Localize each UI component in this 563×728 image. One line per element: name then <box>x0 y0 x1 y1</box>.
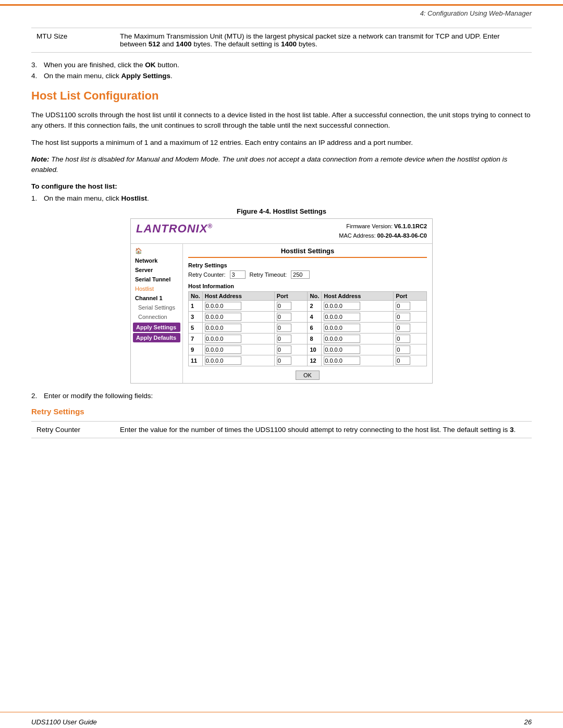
th-no1: No. <box>189 292 203 301</box>
row-no2: 2 <box>308 301 322 312</box>
row-addr2 <box>322 323 394 334</box>
addr2-input[interactable] <box>324 313 360 321</box>
step3-num: 3. <box>31 61 37 69</box>
addr1-input[interactable] <box>205 346 241 354</box>
row-addr2 <box>322 355 394 366</box>
step-2: 2. Enter or modify the following fields: <box>31 392 532 400</box>
retry-timeout-input[interactable] <box>291 270 310 279</box>
port2-input[interactable] <box>396 356 410 365</box>
retry-counter-input[interactable] <box>230 270 246 279</box>
ok-button[interactable]: OK <box>296 371 320 380</box>
sidebar-channel1[interactable]: Channel 1 <box>131 293 182 303</box>
sidebar-apply-settings[interactable]: Apply Settings <box>133 323 180 332</box>
reg-symbol: ® <box>207 223 213 230</box>
retry-section-label: Retry Settings <box>188 262 427 268</box>
firmware-label: Firmware Version: <box>346 223 394 229</box>
row-addr2 <box>322 301 394 312</box>
sidebar-apply-defaults[interactable]: Apply Defaults <box>133 333 180 342</box>
header-text: 4: Configuration Using Web-Manager <box>420 9 532 17</box>
host-table: No. Host Address Port No. Host Address P… <box>188 291 427 366</box>
row-addr1 <box>202 323 274 334</box>
port2-input[interactable] <box>396 335 410 343</box>
sidebar-server[interactable]: Server <box>131 265 182 275</box>
table-row: 7 8 <box>189 334 427 344</box>
pre-steps: 3. When you are finished, click the OK b… <box>31 61 532 80</box>
addr1-input[interactable] <box>205 313 241 321</box>
retry-settings-table: Retry Counter Enter the value for the nu… <box>31 421 532 438</box>
step2-text: Enter or modify the following fields: <box>44 392 153 400</box>
row-no2: 4 <box>308 312 322 323</box>
sidebar-connection[interactable]: Connection <box>131 312 182 322</box>
row-addr1 <box>202 344 274 355</box>
row-addr1 <box>202 334 274 344</box>
row-no1: 7 <box>189 334 203 344</box>
step-3: 3. When you are finished, click the OK b… <box>31 61 532 69</box>
row-no1: 3 <box>189 312 203 323</box>
footer-right: 26 <box>524 718 532 726</box>
port2-input[interactable] <box>396 324 410 332</box>
port1-input[interactable] <box>277 346 291 354</box>
addr2-input[interactable] <box>324 335 360 343</box>
host-table-body: 1 2 3 4 5 6 7 8 9 <box>189 301 427 366</box>
note-para: Note: The host list is disabled for Manu… <box>31 154 532 176</box>
host-info-label: Host Information <box>188 283 427 289</box>
section-title: Host List Configuration <box>31 89 532 103</box>
addr2-input[interactable] <box>324 302 360 310</box>
retry-counter-description: Enter the value for the number of times … <box>115 422 532 438</box>
row-no1: 11 <box>189 355 203 366</box>
addr1-input[interactable] <box>205 335 241 343</box>
retry-counter-row: Retry Counter Enter the value for the nu… <box>31 422 532 438</box>
table-row: 3 4 <box>189 312 427 323</box>
sidebar-hostlist[interactable]: Hostlist <box>131 284 182 293</box>
sidebar-home[interactable]: 🏠 <box>131 246 182 256</box>
row-no1: 5 <box>189 323 203 334</box>
addr2-input[interactable] <box>324 324 360 332</box>
addr2-input[interactable] <box>324 356 360 365</box>
mac-label: MAC Address: <box>339 232 377 239</box>
port2-input[interactable] <box>396 313 410 321</box>
sidebar-network[interactable]: Network <box>131 256 182 265</box>
addr1-input[interactable] <box>205 324 241 332</box>
figure-caption: Figure 4-4. Hostlist Settings <box>31 207 532 215</box>
screenshot-box: LANTRONIX® Firmware Version: V6.1.0.1RC2… <box>130 218 433 384</box>
retry-counter-label: Retry Counter: <box>188 272 226 278</box>
retry-row: Retry Counter: Retry Timeout: <box>188 270 427 279</box>
step-1: 1. On the main menu, click Hostlist. <box>31 194 532 202</box>
step2-num: 2. <box>31 392 37 400</box>
port1-input[interactable] <box>277 302 291 310</box>
port1-input[interactable] <box>277 356 291 365</box>
row-addr2 <box>322 344 394 355</box>
firmware-info: Firmware Version: V6.1.0.1RC2 MAC Addres… <box>339 222 427 240</box>
row-no2: 8 <box>308 334 322 344</box>
row-port2 <box>394 334 427 344</box>
row-no2: 12 <box>308 355 322 366</box>
mtu-label: MTU Size <box>31 28 115 53</box>
row-no1: 1 <box>189 301 203 312</box>
row-addr1 <box>202 312 274 323</box>
port1-input[interactable] <box>277 324 291 332</box>
lantronix-logo: LANTRONIX® <box>136 222 213 236</box>
port1-input[interactable] <box>277 335 291 343</box>
step-4: 4. On the main menu, click Apply Setting… <box>31 72 532 80</box>
sidebar-serial-tunnel[interactable]: Serial Tunnel <box>131 275 182 284</box>
retry-settings-title: Retry Settings <box>31 407 532 416</box>
addr1-input[interactable] <box>205 356 241 365</box>
page-footer: UDS1100 User Guide 26 <box>0 718 563 726</box>
row-no2: 10 <box>308 344 322 355</box>
firmware-value: V6.1.0.1RC2 <box>394 223 427 229</box>
addr1-input[interactable] <box>205 302 241 310</box>
addr2-input[interactable] <box>324 346 360 354</box>
configure-heading: To configure the host list: <box>31 182 532 190</box>
row-addr2 <box>322 334 394 344</box>
port2-input[interactable] <box>396 346 410 354</box>
port2-input[interactable] <box>396 302 410 310</box>
mtu-table: MTU Size The Maximum Transmission Unit (… <box>31 28 532 53</box>
screenshot-body: 🏠 Network Server Serial Tunnel Hostlist … <box>131 244 432 383</box>
page-header: 4: Configuration Using Web-Manager <box>0 4 563 17</box>
row-no2: 6 <box>308 323 322 334</box>
para-2: The host list supports a minimum of 1 an… <box>31 138 532 148</box>
sidebar-serial-settings[interactable]: Serial Settings <box>131 303 182 312</box>
mtu-description: The Maximum Transmission Unit (MTU) is t… <box>115 28 532 53</box>
row-port1 <box>274 344 308 355</box>
port1-input[interactable] <box>277 313 291 321</box>
